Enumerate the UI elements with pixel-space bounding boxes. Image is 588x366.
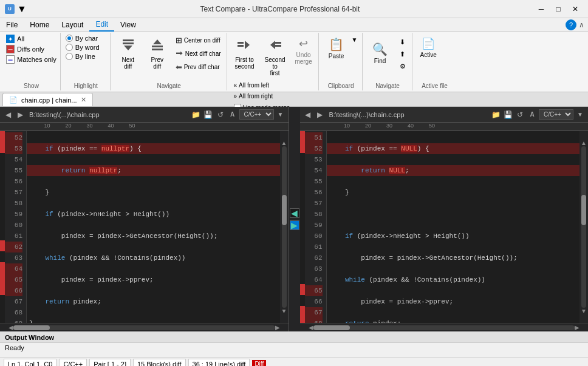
right-refresh-btn[interactable]: ↺ <box>514 109 525 120</box>
show-diffs-label: Diffs only <box>17 46 44 53</box>
menu-view[interactable]: View <box>114 18 142 32</box>
next-diff-char-button[interactable]: ⮕ Next diff char <box>173 47 224 60</box>
first-to-second-button[interactable]: First tosecond <box>231 34 259 73</box>
find-icon: 🔍 <box>372 42 388 56</box>
show-all-checkbox[interactable]: ✦ All <box>5 34 26 44</box>
all-from-left-button[interactable]: « All from left <box>231 80 293 90</box>
left-lang-dropdown[interactable]: ▼ <box>275 109 286 120</box>
svg-rect-10 <box>275 42 281 44</box>
second-to-first-icon <box>267 37 284 55</box>
left-refresh-btn[interactable]: ↺ <box>215 109 226 120</box>
left-vscroll-down[interactable]: ▼ <box>281 308 287 314</box>
diff-nav-left-btn[interactable]: ◀ <box>290 208 299 218</box>
right-editor-toolbar: ◀ ▶ B:\testing\(...)\chain.c.cpp 📁 💾 ↺ A… <box>300 107 589 123</box>
left-vscroll-up[interactable]: ▲ <box>281 140 287 146</box>
active-file-button[interactable]: 📄 Active <box>416 34 441 61</box>
show-matches-checkbox[interactable]: ═ Matches only <box>5 55 58 64</box>
prev-diff-char-button[interactable]: ⬅ Prev diff char <box>173 61 224 73</box>
left-editor-toolbar: ◀ ▶ B:\testing\(...)\chain.cpp 📁 💾 ↺ A C… <box>0 107 289 123</box>
close-button[interactable]: ✕ <box>567 3 583 15</box>
svg-marker-2 <box>124 46 132 50</box>
menu-file[interactable]: File <box>0 18 24 32</box>
highlight-by-char[interactable]: By char <box>64 34 99 42</box>
left-fwd-btn[interactable]: ▶ <box>15 109 26 120</box>
left-hscroll-track[interactable] <box>13 325 275 330</box>
find-next-button[interactable]: ⬇ <box>397 36 409 48</box>
left-vscroll-track[interactable] <box>282 146 287 308</box>
diff-nav-right-btn[interactable]: ▶ <box>290 220 299 230</box>
left-folder-btn[interactable]: 📁 <box>191 109 202 120</box>
right-hscroll-left[interactable]: ◀ <box>309 324 313 331</box>
right-fwd-btn[interactable]: ▶ <box>315 109 326 120</box>
tab-close-btn[interactable]: ✕ <box>81 96 86 104</box>
highlight-by-word[interactable]: By word <box>64 43 101 52</box>
right-vscroll-down[interactable]: ▼ <box>581 308 587 314</box>
left-ruler-ticks: 10 20 30 40 50 <box>0 123 135 129</box>
right-ruler-ticks: 10 20 30 40 50 <box>300 123 436 129</box>
highlight-by-line[interactable]: By line <box>64 52 97 61</box>
right-hscroll-thumb[interactable] <box>313 325 350 330</box>
menu-icon: ▼ <box>17 4 27 15</box>
svg-marker-9 <box>270 41 275 49</box>
right-vscroll-track[interactable] <box>581 146 586 308</box>
prev-diff-label: Prevdiff <box>151 56 164 70</box>
all-from-right-button[interactable]: » All from right <box>231 91 293 101</box>
center-on-diff-button[interactable]: ⊞ Center on diff <box>173 34 224 47</box>
right-lang-select[interactable]: C/C++ <box>539 109 573 120</box>
find-prev-button[interactable]: ⬆ <box>397 49 409 60</box>
right-lang-dropdown[interactable]: ▼ <box>575 109 586 120</box>
status-position: Ln 1, Col 1, C0 <box>4 359 56 367</box>
menu-layout[interactable]: Layout <box>55 18 89 32</box>
second-to-first-button[interactable]: Second tofirst <box>261 34 289 80</box>
check-diffs-icon: ─ <box>6 45 15 53</box>
left-font-btn[interactable]: A <box>227 109 238 120</box>
svg-rect-0 <box>123 39 134 41</box>
paste-button[interactable]: 📋 Paste <box>323 34 350 63</box>
left-hscroll-left[interactable]: ◀ <box>9 324 13 331</box>
app-icon: U <box>5 4 15 14</box>
help-icon[interactable]: ? <box>566 19 576 30</box>
show-diffs-checkbox[interactable]: ─ Diffs only <box>5 44 46 54</box>
right-hscrollbar[interactable]: ◀ ▶ <box>300 323 589 331</box>
find-button[interactable]: 🔍 Find <box>366 34 394 72</box>
left-hscrollbar[interactable]: ◀ ▶ <box>0 323 289 331</box>
right-editor-pane: ◀ ▶ B:\testing\(...)\chain.c.cpp 📁 💾 ↺ A… <box>300 107 589 331</box>
check-matches-icon: ═ <box>6 55 15 64</box>
paste-dropdown-btn[interactable]: ▼ <box>352 36 358 43</box>
left-lang-select[interactable]: C/C++ <box>239 109 274 120</box>
first-to-second-label: First tosecond <box>234 56 254 70</box>
by-char-label: By char <box>75 35 98 42</box>
right-hscroll-track[interactable] <box>313 325 575 330</box>
menu-home[interactable]: Home <box>24 18 55 32</box>
left-hscroll-thumb[interactable] <box>13 325 50 330</box>
right-back-btn[interactable]: ◀ <box>303 109 313 120</box>
right-vscrollbar[interactable]: ▲ ▼ <box>579 131 588 323</box>
expand-icon[interactable]: ∧ <box>579 21 584 29</box>
svg-rect-11 <box>275 45 281 47</box>
svg-rect-7 <box>238 45 244 47</box>
left-save-btn[interactable]: 💾 <box>203 109 214 120</box>
left-vscroll-thumb[interactable] <box>282 195 287 225</box>
left-hscroll-right[interactable]: ▶ <box>275 324 280 331</box>
menu-edit[interactable]: Edit <box>89 18 114 32</box>
right-save-btn[interactable]: 💾 <box>502 109 513 120</box>
right-folder-btn[interactable]: 📁 <box>490 109 501 120</box>
prev-diff-button[interactable]: Prevdiff <box>143 34 171 73</box>
right-font-btn[interactable]: A <box>527 109 538 120</box>
maximize-button[interactable]: □ <box>550 3 566 15</box>
left-back-btn[interactable]: ◀ <box>2 109 13 120</box>
find-options-button[interactable]: ⚙ <box>397 61 409 72</box>
next-diff-button[interactable]: Nextdiff <box>114 34 142 73</box>
right-code-area: 51 52 53 54 55 56 57 58 59 60 61 62 63 6… <box>300 131 589 323</box>
ribbon-activefile-group: 📄 Active Active file <box>414 33 456 90</box>
right-vscroll-thumb[interactable] <box>581 195 586 225</box>
navigate-group-label: Navigate <box>114 81 224 90</box>
minimize-button[interactable]: ─ <box>533 3 549 15</box>
navigate2-group-label: Navigate <box>366 81 409 90</box>
next-diff-icon <box>121 37 135 55</box>
file-tab-chain[interactable]: 📄 chain.cpp | chain... ✕ <box>2 93 93 106</box>
right-vscroll-up[interactable]: ▲ <box>581 140 587 146</box>
right-hscroll-right[interactable]: ▶ <box>575 324 579 331</box>
undo-merge-button[interactable]: ↩ Undomerge <box>292 34 316 68</box>
left-vscrollbar[interactable]: ▲ ▼ <box>280 131 289 323</box>
